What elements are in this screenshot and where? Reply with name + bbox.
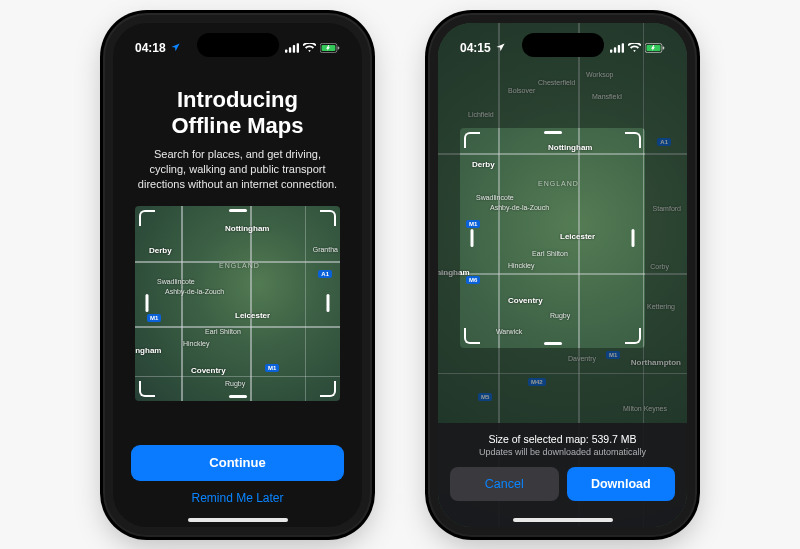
- download-button[interactable]: Download: [567, 467, 676, 501]
- wifi-icon: [303, 43, 316, 53]
- dynamic-island: [197, 33, 279, 57]
- crop-corner-icon[interactable]: [464, 132, 480, 148]
- crop-corner-icon[interactable]: [139, 381, 155, 397]
- map-city-label: Kettering: [647, 303, 675, 310]
- svg-rect-0: [285, 49, 287, 52]
- map-city-label: Northampton: [631, 358, 681, 367]
- map-city-label: Lichfield: [468, 111, 494, 118]
- map-city-label: Rugby: [225, 380, 245, 387]
- crop-corner-icon[interactable]: [139, 210, 155, 226]
- map-city-label: Hinckley: [508, 262, 534, 269]
- crop-handle-icon[interactable]: [632, 229, 635, 247]
- page-title: IntroducingOffline Maps: [135, 87, 340, 140]
- location-icon: [170, 42, 181, 53]
- motorway-badge: A1: [657, 138, 671, 146]
- home-indicator[interactable]: [513, 518, 613, 522]
- map-city-label: Chesterfield: [538, 79, 575, 86]
- map-preview[interactable]: Nottingham Derby ENGLAND Swadlincote Ash…: [135, 206, 340, 401]
- map-city-label: Hinckley: [183, 340, 209, 347]
- map-region-label: ENGLAND: [538, 180, 579, 187]
- update-info-label: Updates will be downloaded automatically: [450, 447, 675, 457]
- map-city-label: Leicester: [560, 232, 595, 241]
- crop-handle-icon[interactable]: [471, 229, 474, 247]
- remind-later-button[interactable]: Remind Me Later: [191, 491, 283, 505]
- map-city-label: Stamford: [653, 205, 681, 212]
- map-surface: Nottingham Derby ENGLAND Swadlincote Ash…: [135, 206, 340, 401]
- cancel-button[interactable]: Cancel: [450, 467, 559, 501]
- map-city-label: Warwick: [496, 328, 522, 335]
- crop-handle-icon[interactable]: [229, 209, 247, 212]
- phone-right: Chesterfield Mansfield Worksop Bolsover …: [430, 15, 695, 535]
- map-city-label: Nottingham: [225, 224, 269, 233]
- svg-rect-7: [610, 49, 612, 52]
- svg-rect-8: [614, 47, 616, 52]
- motorway-badge: M1: [147, 314, 161, 322]
- map-city-label: Derby: [149, 246, 172, 255]
- map-city-label: Swadlincote: [476, 194, 514, 201]
- map-city-label: Rugby: [550, 312, 570, 319]
- motorway-badge: M1: [466, 220, 480, 228]
- crop-handle-icon[interactable]: [327, 294, 330, 312]
- screen: Chesterfield Mansfield Worksop Bolsover …: [438, 23, 687, 527]
- map-city-label: Derby: [472, 160, 495, 169]
- map-city-label: Earl Shilton: [205, 328, 241, 335]
- download-footer: Size of selected map: 539.7 MB Updates w…: [438, 423, 687, 527]
- status-time: 04:18: [135, 41, 166, 55]
- crop-handle-icon[interactable]: [544, 131, 562, 134]
- svg-rect-9: [618, 44, 620, 52]
- motorway-badge: A1: [318, 270, 332, 278]
- motorway-badge: M1: [606, 351, 620, 359]
- map-city-label: Swadlincote: [157, 278, 195, 285]
- crop-corner-icon[interactable]: [320, 210, 336, 226]
- map-size-label: Size of selected map: 539.7 MB: [450, 433, 675, 445]
- map-city-label: Milton Keynes: [623, 405, 667, 412]
- home-indicator[interactable]: [188, 518, 288, 522]
- crop-handle-icon[interactable]: [544, 342, 562, 345]
- wifi-icon: [628, 43, 641, 53]
- motorway-badge: M1: [265, 364, 279, 372]
- continue-button[interactable]: Continue: [131, 445, 344, 481]
- map-city-label: Ashby-de-la-Zouch: [490, 204, 549, 211]
- map-city-label: Coventry: [191, 366, 226, 375]
- motorway-badge: M5: [478, 393, 492, 401]
- map-city-label: Ashby-de-la-Zouch: [165, 288, 224, 295]
- svg-rect-10: [622, 43, 624, 52]
- crop-corner-icon[interactable]: [464, 328, 480, 344]
- map-city-label: Worksop: [586, 71, 614, 78]
- map-city-label: Bolsover: [508, 87, 535, 94]
- phone-left: 04:18 IntroducingOffline Ma: [105, 15, 370, 535]
- crop-corner-icon[interactable]: [625, 132, 641, 148]
- crop-handle-icon[interactable]: [146, 294, 149, 312]
- battery-icon: [645, 43, 665, 53]
- svg-rect-3: [297, 43, 299, 52]
- dynamic-island: [522, 33, 604, 57]
- signal-icon: [610, 43, 624, 53]
- crop-handle-icon[interactable]: [229, 395, 247, 398]
- map-city-label: Earl Shilton: [532, 250, 568, 257]
- svg-rect-6: [338, 46, 340, 49]
- crop-corner-icon[interactable]: [320, 381, 336, 397]
- status-time: 04:15: [460, 41, 491, 55]
- intro-description: Search for places, and get driving, cycl…: [135, 147, 340, 192]
- svg-rect-13: [663, 46, 665, 49]
- motorway-badge: M6: [466, 276, 480, 284]
- map-city-label: Nottingham: [548, 143, 592, 152]
- map-city-label: Mansfield: [592, 93, 622, 100]
- signal-icon: [285, 43, 299, 53]
- selection-box[interactable]: Nottingham Derby ENGLAND Swadlincote Ash…: [460, 128, 645, 348]
- map-city-label: Coventry: [508, 296, 543, 305]
- screen: 04:18 IntroducingOffline Ma: [113, 23, 362, 527]
- battery-icon: [320, 43, 340, 53]
- map-region-label: ENGLAND: [219, 262, 260, 269]
- svg-rect-1: [289, 47, 291, 52]
- map-city-label: ingham: [135, 346, 161, 355]
- map-city-label: Grantha: [313, 246, 338, 253]
- svg-rect-2: [293, 44, 295, 52]
- map-city-label: Corby: [650, 263, 669, 270]
- map-city-label: Leicester: [235, 311, 270, 320]
- crop-corner-icon[interactable]: [625, 328, 641, 344]
- motorway-badge: M42: [528, 378, 546, 386]
- map-city-label: Daventry: [568, 355, 596, 362]
- location-icon: [495, 42, 506, 53]
